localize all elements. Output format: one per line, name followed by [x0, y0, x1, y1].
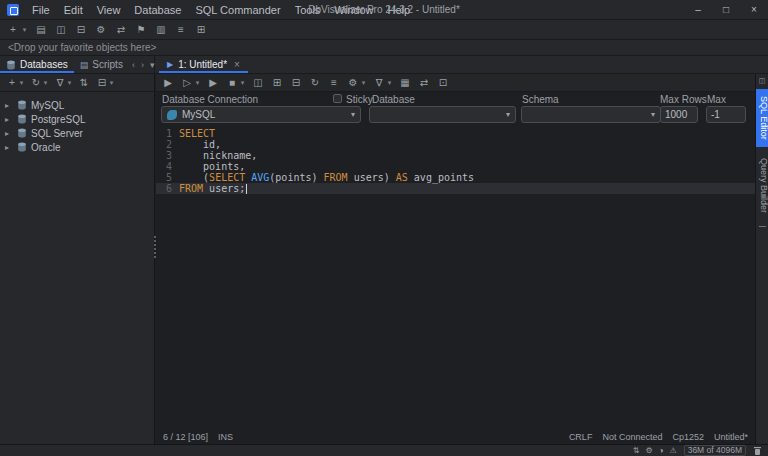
theme-icon[interactable]: ◑ — [659, 446, 664, 455]
close-tab-icon[interactable]: × — [234, 59, 240, 70]
menu-view[interactable]: View — [90, 0, 128, 20]
history-icon[interactable]: ↻ — [308, 77, 322, 88]
execute-icon[interactable]: ▶ — [161, 77, 175, 88]
grid-icon[interactable]: ⊞ — [194, 24, 208, 35]
splitter-handle[interactable] — [152, 236, 157, 258]
tab-list-icon[interactable]: ▾ — [147, 60, 158, 70]
chevron-right-icon[interactable]: ▸ — [5, 143, 13, 152]
monitor-icon[interactable]: ▥ — [154, 24, 168, 35]
menu-edit[interactable]: Edit — [57, 0, 90, 20]
sql-editor-panel: ▶▷▾▶■▾◫⊞⊟↻≡⚙▾∇▾▦⇄⊡ Database Connection S… — [156, 74, 755, 444]
schema-select[interactable]: ▾ — [521, 106, 661, 123]
tree-item-oracle[interactable]: ▸Oracle — [0, 140, 154, 154]
max-rows-input[interactable] — [660, 106, 698, 123]
database-select[interactable]: ▾ — [369, 106, 516, 123]
new-tab-icon[interactable]: + — [6, 24, 20, 35]
tree-item-label: SQL Server — [31, 128, 83, 139]
close-button[interactable]: × — [740, 0, 768, 20]
gc-trash-icon[interactable] — [753, 446, 762, 456]
tree-item-postgresql[interactable]: ▸PostgreSQL — [0, 112, 154, 126]
filter-icon-caret[interactable]: ▾ — [66, 79, 73, 87]
format-sql-icon[interactable]: ≡ — [327, 77, 341, 88]
status-icons: ⇅⚙◑⚠ — [633, 446, 677, 455]
sql-filter-icon-caret[interactable]: ▾ — [386, 79, 393, 87]
favorites-icon[interactable]: ⚑ — [134, 24, 148, 35]
stop-icon[interactable]: ■ — [225, 77, 239, 88]
menu-database[interactable]: Database — [127, 0, 188, 20]
line-number: 3 — [156, 150, 179, 161]
settings-icon[interactable]: ⚙ — [346, 77, 360, 88]
code-token: ( — [179, 172, 209, 183]
code-token: FROM — [324, 172, 348, 183]
code-token: avg_points — [408, 172, 474, 183]
new-tab-icon-caret[interactable]: ▾ — [21, 26, 28, 34]
favorites-bar[interactable]: <Drop your favorite objects here> — [0, 40, 768, 56]
execute-current-icon-caret[interactable]: ▾ — [194, 79, 201, 87]
gear-icon[interactable]: ⚙ — [645, 446, 652, 455]
panel-toggle-icon[interactable]: ◫ — [756, 74, 768, 89]
tree-item-mysql[interactable]: ▸MySQL — [0, 98, 154, 112]
code-token: (points) — [269, 172, 323, 183]
memory-indicator[interactable]: 36M of 4096M — [684, 445, 746, 456]
tab-databases[interactable]: Databases — [0, 56, 74, 73]
sticky-checkbox[interactable] — [333, 94, 342, 103]
refresh-icon[interactable]: ↻ — [29, 77, 43, 88]
log-icon[interactable]: ≡ — [174, 24, 188, 35]
collapse-all-icon[interactable]: ⇅ — [77, 77, 91, 88]
chevron-down-icon: ▾ — [351, 110, 355, 119]
connection-header: Database Connection Sticky Database Sche… — [156, 93, 755, 106]
titlebar: FileEditViewDatabaseSQL CommanderToolsWi… — [0, 0, 768, 20]
alerts-icon[interactable]: ⚠ — [669, 446, 676, 455]
code-token: SELECT — [179, 128, 215, 139]
save-all-icon[interactable]: ⊟ — [74, 24, 88, 35]
menu-sql-commander[interactable]: SQL Commander — [188, 0, 287, 20]
settings-icon-caret[interactable]: ▾ — [360, 79, 367, 87]
max-chars-input[interactable] — [706, 106, 746, 123]
minimize-button[interactable]: – — [684, 0, 712, 20]
menu-file[interactable]: File — [25, 0, 57, 20]
commit-icon[interactable]: ◫ — [251, 77, 265, 88]
sql-filter-icon[interactable]: ∇ — [372, 77, 386, 88]
chevron-right-icon[interactable]: ▸ — [5, 129, 13, 138]
add-connection-icon-caret[interactable]: ▾ — [18, 79, 25, 87]
tab-scripts[interactable]: ▤ Scripts — [74, 56, 129, 73]
line-number: 4 — [156, 161, 179, 172]
export-icon[interactable]: ⇄ — [417, 77, 431, 88]
dbvisualizer-window: FileEditViewDatabaseSQL CommanderToolsWi… — [0, 0, 768, 456]
chevron-right-icon[interactable]: ▸ — [5, 115, 13, 124]
schema-label: Schema — [522, 94, 559, 105]
view-options-icon-caret[interactable]: ▾ — [108, 79, 115, 87]
rollback-icon[interactable]: ⊞ — [270, 77, 284, 88]
side-tab-sql-editor[interactable]: SQL Editor — [756, 89, 768, 147]
connection-controls: MySQL ▾ ▾ ▾ — [156, 106, 755, 126]
tab-prev-icon[interactable]: ‹ — [129, 60, 138, 70]
execute-buffer-icon[interactable]: ▶ — [206, 77, 220, 88]
open-icon[interactable]: ▤ — [34, 24, 48, 35]
tree-item-label: PostgreSQL — [31, 114, 85, 125]
maximize-button[interactable]: □ — [712, 0, 740, 20]
updates-icon[interactable]: ⇅ — [633, 446, 640, 455]
line-number: 2 — [156, 139, 179, 150]
execute-current-icon[interactable]: ▷ — [180, 77, 194, 88]
refresh-icon-caret[interactable]: ▾ — [42, 79, 49, 87]
chevron-right-icon[interactable]: ▸ — [5, 101, 13, 110]
options-icon[interactable]: ⊡ — [436, 77, 450, 88]
stop-icon-caret[interactable]: ▾ — [239, 79, 246, 87]
new-editor-icon[interactable]: ⊟ — [289, 77, 303, 88]
connection-select[interactable]: MySQL ▾ — [161, 106, 361, 123]
chart-icon[interactable]: ▦ — [398, 77, 412, 88]
side-tab-query-builder[interactable]: Query Builder — [756, 151, 768, 220]
database-icon — [17, 114, 27, 124]
tab-next-icon[interactable]: › — [138, 60, 147, 70]
tab-untitled-editor[interactable]: ▶ 1: Untitled* × — [159, 56, 248, 73]
tree-item-sql-server[interactable]: ▸SQL Server — [0, 126, 154, 140]
driver-manager-icon[interactable]: ⚙ — [94, 24, 108, 35]
add-connection-icon[interactable]: + — [5, 77, 19, 88]
database-icon — [17, 100, 27, 110]
view-options-icon[interactable]: ⊟ — [95, 77, 109, 88]
code-token: AVG — [251, 172, 269, 183]
filter-icon[interactable]: ∇ — [53, 77, 67, 88]
new-connection-icon[interactable]: ⇄ — [114, 24, 128, 35]
save-icon[interactable]: ◫ — [54, 24, 68, 35]
code-area[interactable]: 1SELECT2 id,3 nickname,4 points,5 (SELEC… — [156, 128, 755, 430]
